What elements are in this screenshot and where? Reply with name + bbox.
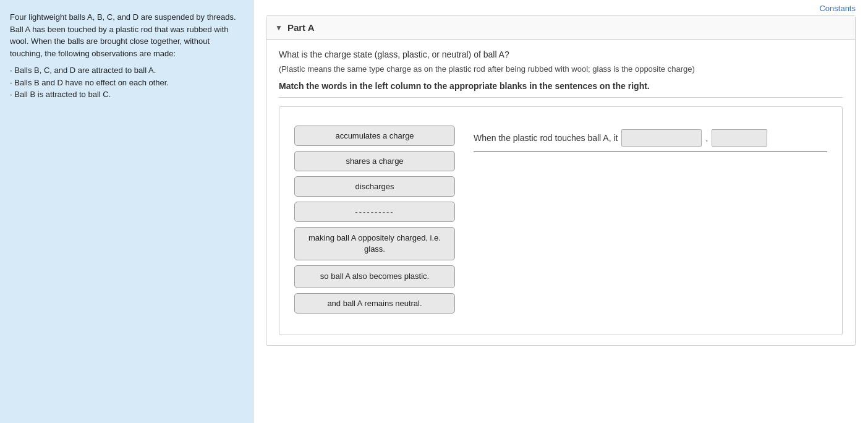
constants-section: Constants (266, 0, 856, 15)
btn-shares[interactable]: shares a charge (294, 151, 455, 171)
blank-2[interactable] (712, 129, 767, 147)
sentence-prefix: When the plastic rod touches ball A, it (474, 133, 618, 143)
problem-description: Four lightweight balls A, B, C, and D ar… (10, 11, 243, 59)
observation-3: · Ball B is attracted to ball C. (10, 88, 243, 101)
left-panel: Four lightweight balls A, B, C, and D ar… (0, 0, 253, 423)
btn-discharges[interactable]: discharges (294, 176, 455, 197)
collapse-arrow-icon[interactable]: ▼ (275, 24, 283, 32)
btn-remains-neutral[interactable]: and ball A remains neutral. (294, 293, 455, 314)
note-text: (Plastic means the same type charge as o… (279, 64, 843, 74)
btn-making-oppositely[interactable]: making ball A oppositely charged, i.e. g… (294, 227, 455, 260)
part-a-section: ▼ Part A What is the charge state (glass… (266, 15, 856, 346)
sentence-row-1: When the plastic rod touches ball A, it … (474, 129, 827, 152)
right-panel: Constants ▼ Part A What is the charge st… (253, 0, 868, 423)
btn-accumulates[interactable]: accumulates a charge (294, 126, 455, 146)
question-text: What is the charge state (glass, plastic… (279, 49, 843, 59)
part-a-content: What is the charge state (glass, plastic… (266, 40, 855, 345)
observation-2: · Balls B and D have no effect on each o… (10, 77, 243, 89)
btn-dashes[interactable]: ---------- (294, 202, 455, 222)
part-a-label: Part A (287, 22, 315, 33)
blank-1[interactable] (621, 129, 702, 147)
sentence-column: When the plastic rod touches ball A, it … (474, 126, 827, 152)
instruction-text: Match the words in the left column to th… (279, 81, 843, 98)
constants-link[interactable]: Constants (819, 4, 856, 13)
comma: , (705, 133, 708, 143)
matching-inner: accumulates a charge shares a charge dis… (294, 119, 827, 320)
btn-so-ball[interactable]: so ball A also becomes plastic. (294, 265, 455, 288)
matching-area: accumulates a charge shares a charge dis… (279, 106, 843, 335)
word-column: accumulates a charge shares a charge dis… (294, 126, 455, 314)
part-a-header: ▼ Part A (266, 16, 855, 40)
observation-1: · Balls B, C, and D are attracted to bal… (10, 64, 243, 77)
